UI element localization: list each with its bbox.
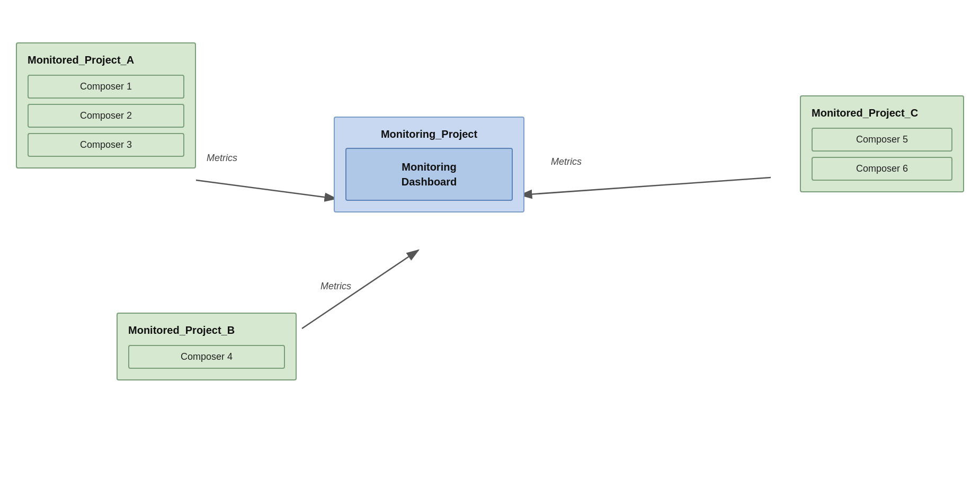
svg-line-2 (520, 178, 771, 195)
project-b-box: Monitored_Project_B Composer 4 (117, 313, 297, 380)
monitoring-project-title: Monitoring_Project (345, 128, 513, 140)
composer-6-item: Composer 6 (812, 157, 952, 181)
project-a-title: Monitored_Project_A (28, 54, 184, 66)
project-c-title: Monitored_Project_C (812, 107, 952, 119)
diagram-container: Monitored_Project_A Composer 1 Composer … (0, 0, 980, 479)
composer-5-item: Composer 5 (812, 128, 952, 152)
monitoring-project-box: Monitoring_Project Monitoring Dashboard (334, 117, 524, 212)
svg-line-1 (196, 180, 336, 199)
monitoring-dashboard-box: Monitoring Dashboard (345, 148, 513, 201)
metrics-label-b: Metrics (320, 281, 351, 292)
composer-1-item: Composer 1 (28, 75, 184, 99)
composer-4-item: Composer 4 (128, 345, 285, 369)
project-b-title: Monitored_Project_B (128, 324, 285, 336)
composer-3-item: Composer 3 (28, 133, 184, 157)
composer-2-item: Composer 2 (28, 104, 184, 128)
metrics-label-c: Metrics (551, 156, 582, 167)
svg-line-3 (302, 250, 418, 329)
project-c-box: Monitored_Project_C Composer 5 Composer … (800, 95, 964, 192)
metrics-label-a: Metrics (207, 153, 237, 164)
project-a-box: Monitored_Project_A Composer 1 Composer … (16, 42, 196, 168)
dashboard-label-line2: Dashboard (402, 176, 457, 188)
dashboard-label-line1: Monitoring (402, 161, 456, 173)
